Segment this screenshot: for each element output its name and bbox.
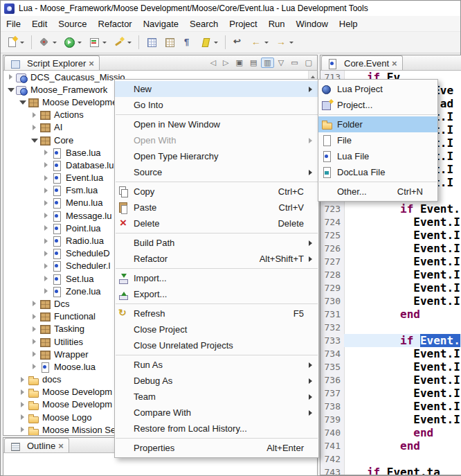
menu-item-lua-project[interactable]: Lua Project — [318, 81, 437, 97]
code-line[interactable]: 742 — [320, 452, 461, 466]
expand-arrow-icon[interactable] — [7, 73, 15, 81]
code-line[interactable]: 735 Event.I — [320, 360, 461, 373]
outline-tab[interactable]: Outline — [4, 438, 69, 452]
expand-arrow-icon[interactable] — [19, 388, 27, 396]
menu-item-compare-with[interactable]: Compare With — [115, 405, 318, 421]
dropdown-arrow-icon[interactable] — [264, 42, 269, 44]
layout-flat-icon[interactable]: ▤ — [247, 58, 260, 68]
code-line[interactable]: 727 Event.I — [320, 255, 461, 268]
menu-item-refactor[interactable]: RefactorAlt+Shift+T — [115, 251, 318, 267]
code-line[interactable]: 723 if Event. — [320, 202, 461, 215]
code-line[interactable]: 734 Event.I — [320, 347, 461, 360]
mark-occurrences-button[interactable] — [197, 34, 221, 51]
menubar-item-project[interactable]: Project — [224, 17, 262, 30]
editor-tab-core-event[interactable]: Core.Event — [321, 55, 403, 70]
new-wizard-button[interactable] — [3, 34, 27, 51]
collapse-arrow-icon[interactable] — [7, 85, 15, 94]
menubar-item-run[interactable]: Run — [263, 17, 291, 30]
collapse-arrow-icon[interactable] — [30, 136, 39, 144]
menu-item-copy[interactable]: CopyCtrl+C — [115, 184, 318, 200]
menu-item-team[interactable]: Team — [115, 389, 318, 405]
menu-item-delete[interactable]: DeleteDelete — [115, 215, 318, 231]
menu-item-doclua-file[interactable]: DocLua File — [318, 164, 437, 180]
code-line[interactable]: 740 end — [320, 426, 461, 439]
expand-arrow-icon[interactable] — [19, 413, 27, 421]
collapse-all-icon[interactable]: ▣ — [233, 58, 246, 68]
dropdown-arrow-icon[interactable] — [53, 42, 57, 44]
code-line[interactable]: 724 Event.I — [320, 215, 461, 229]
menu-item-open-with[interactable]: Open With — [115, 132, 318, 148]
dropdown-arrow-icon[interactable] — [214, 42, 218, 44]
external-tools-button[interactable] — [111, 34, 134, 51]
debug-button[interactable] — [36, 34, 60, 51]
menubar-item-source[interactable]: Source — [53, 17, 92, 30]
menubar-item-refactor[interactable]: Refactor — [93, 17, 138, 30]
menu-item-export[interactable]: Export... — [115, 286, 318, 302]
menu-item-other[interactable]: Other...Ctrl+N — [318, 184, 437, 200]
menubar-item-search[interactable]: Search — [184, 17, 224, 30]
expand-arrow-icon[interactable] — [42, 161, 51, 169]
menubar-item-navigate[interactable]: Navigate — [138, 17, 184, 30]
code-line[interactable]: 731 end — [320, 308, 461, 321]
menu-item-paste[interactable]: PasteCtrl+V — [115, 200, 318, 215]
menu-item-import[interactable]: Import... — [115, 270, 318, 286]
close-icon[interactable] — [58, 441, 64, 451]
code-line[interactable]: 738 Event.I — [320, 400, 461, 413]
expand-arrow-icon[interactable] — [30, 337, 39, 346]
expand-arrow-icon[interactable] — [19, 400, 27, 409]
link-with-editor-icon[interactable]: ▥ — [261, 58, 273, 68]
menu-item-open-in-new-window[interactable]: Open in New Window — [115, 116, 318, 132]
expand-arrow-icon[interactable] — [30, 312, 39, 321]
code-line[interactable]: 736 Event.I — [320, 373, 461, 387]
expand-arrow-icon[interactable] — [42, 237, 51, 245]
close-icon[interactable] — [392, 58, 397, 69]
menu-item-close-unrelated-projects[interactable]: Close Unrelated Projects — [115, 337, 318, 353]
expand-arrow-icon[interactable] — [30, 350, 39, 358]
maximize-icon[interactable]: ▢ — [302, 58, 315, 68]
menu-item-properties[interactable]: PropertiesAlt+Enter — [115, 440, 318, 456]
forward-button[interactable] — [273, 34, 296, 51]
menubar-item-help[interactable]: Help — [334, 17, 363, 30]
code-line[interactable]: 743 if Event.ta — [320, 466, 461, 475]
expand-arrow-icon[interactable] — [42, 262, 51, 270]
expand-arrow-icon[interactable] — [42, 148, 51, 157]
run-button[interactable] — [61, 34, 84, 51]
last-edit-location-button[interactable] — [230, 34, 246, 51]
minimize-icon[interactable]: ▭ — [288, 58, 300, 68]
view-back-icon[interactable]: ◁ — [208, 58, 219, 68]
toggle-grid-button[interactable] — [161, 34, 178, 51]
code-line[interactable]: 733 if Event. — [320, 334, 461, 347]
menu-item-project[interactable]: Project... — [318, 97, 437, 113]
menubar-item-edit[interactable]: Edit — [26, 17, 53, 30]
expand-arrow-icon[interactable] — [42, 274, 51, 283]
menu-item-close-project[interactable]: Close Project — [115, 321, 318, 337]
code-line[interactable]: 739 Event.I — [320, 413, 461, 426]
script-explorer-tab[interactable]: Script Explorer — [4, 55, 100, 70]
code-line[interactable]: 728 Event.I — [320, 268, 461, 281]
collapse-arrow-icon[interactable] — [19, 98, 27, 106]
expand-arrow-icon[interactable] — [42, 211, 51, 220]
menu-item-new[interactable]: New — [115, 81, 318, 97]
code-line[interactable]: 732 — [320, 321, 461, 334]
code-line[interactable]: 730 Event.I — [320, 294, 461, 308]
dropdown-arrow-icon[interactable] — [127, 42, 132, 44]
menu-item-file[interactable]: File — [318, 132, 437, 148]
close-icon[interactable] — [89, 58, 94, 69]
view-forward-icon[interactable]: ▷ — [220, 58, 231, 68]
dropdown-arrow-icon[interactable] — [289, 42, 293, 44]
expand-arrow-icon[interactable] — [42, 174, 51, 182]
expand-arrow-icon[interactable] — [42, 199, 51, 207]
code-line[interactable]: 741 end — [320, 439, 461, 452]
expand-arrow-icon[interactable] — [30, 362, 39, 371]
coverage-button[interactable] — [86, 34, 109, 51]
code-line[interactable]: 726 Event.I — [320, 242, 461, 255]
expand-arrow-icon[interactable] — [19, 376, 27, 384]
expand-arrow-icon[interactable] — [30, 299, 39, 308]
menu-item-restore-from-local-history[interactable]: Restore from Local History... — [115, 421, 318, 437]
back-button[interactable] — [248, 34, 271, 51]
menu-item-refresh[interactable]: RefreshF5 — [115, 306, 318, 321]
expand-arrow-icon[interactable] — [19, 425, 27, 434]
expand-arrow-icon[interactable] — [42, 224, 51, 232]
new-table-button[interactable] — [143, 34, 160, 51]
menu-item-build-path[interactable]: Build Path — [115, 235, 318, 251]
